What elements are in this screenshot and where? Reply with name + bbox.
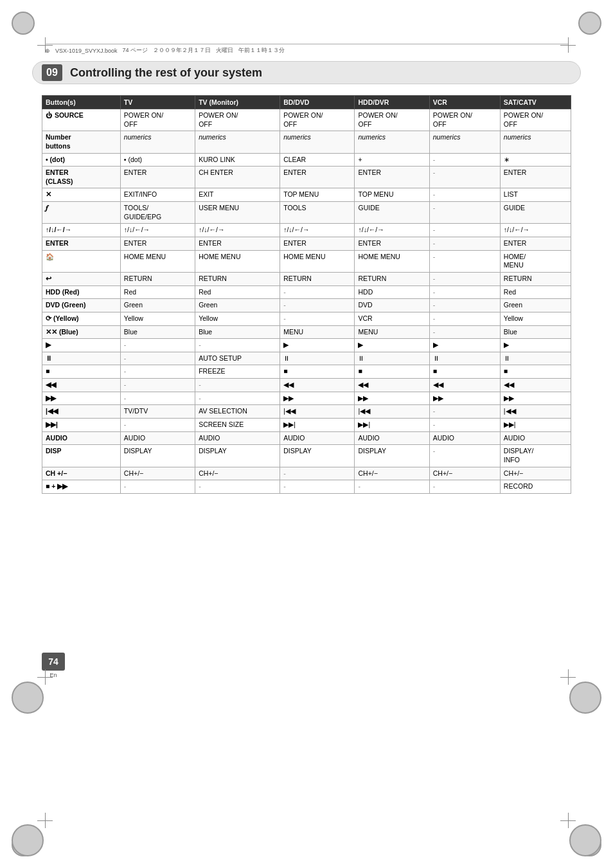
button-cell: CH +/− <box>42 467 121 480</box>
value-cell: Blue <box>500 325 571 339</box>
value-cell: GUIDE <box>500 202 571 224</box>
value-cell: Green <box>120 299 195 312</box>
value-cell: |◀◀ <box>280 405 355 419</box>
value-cell: - <box>195 339 280 352</box>
value-cell: ▶ <box>500 339 571 352</box>
value-cell: GUIDE <box>355 202 429 224</box>
col-header-buttons: Button(s) <box>42 96 121 109</box>
table-row: AUDIOAUDIOAUDIOAUDIOAUDIOAUDIOAUDIO <box>42 431 571 445</box>
button-cell: DISP <box>42 445 121 467</box>
meta-line: ⊕ VSX-1019_SVYXJ.book 74 ページ ２００９年２月１７日 … <box>45 44 568 55</box>
value-cell: Yellow <box>500 312 571 325</box>
table-row: ✕✕ (Blue)BlueBlueMENUMENU-Blue <box>42 325 571 339</box>
value-cell: - <box>280 467 355 480</box>
value-cell: ENTER <box>500 237 571 251</box>
value-cell: DISPLAY/ INFO <box>500 445 571 467</box>
value-cell: ⏸ <box>280 352 355 365</box>
meta-day: 火曜日 <box>216 46 233 55</box>
value-cell: - <box>429 405 500 419</box>
button-cell: ⟳ (Yellow) <box>42 312 121 325</box>
value-cell: ◀◀ <box>500 379 571 392</box>
chapter-header: 09 Controlling the rest of your system <box>32 61 581 84</box>
value-cell: - <box>429 167 500 188</box>
value-cell: TV/DTV <box>120 405 195 419</box>
value-cell: Red <box>500 285 571 299</box>
value-cell: VCR <box>355 312 429 325</box>
cross-btm-br <box>560 813 576 828</box>
value-cell: ◀◀ <box>280 379 355 392</box>
button-cell: ◀◀ <box>42 379 121 392</box>
value-cell: ▶▶ <box>280 392 355 405</box>
value-cell: CH+/− <box>355 467 429 480</box>
value-cell: ▶▶ <box>429 392 500 405</box>
value-cell: ▶▶| <box>500 419 571 432</box>
table-row: DVD (Green)GreenGreen-DVD-Green <box>42 299 571 312</box>
value-cell: RETURN <box>500 272 571 285</box>
value-cell: numerics <box>429 131 500 153</box>
value-cell: - <box>120 392 195 405</box>
value-cell: - <box>280 299 355 312</box>
button-cell: ✕✕ (Blue) <box>42 325 121 339</box>
button-cell: ENTER <box>42 237 121 251</box>
value-cell: |◀◀ <box>355 405 429 419</box>
corner-decoration-tr <box>578 12 601 35</box>
value-cell: USER MENU <box>195 202 280 224</box>
value-cell: CLEAR <box>280 153 355 167</box>
value-cell: - <box>195 379 280 392</box>
value-cell: ⏸ <box>355 352 429 365</box>
value-cell: AUDIO <box>120 431 195 445</box>
button-cell: ↑/↓/←/→ <box>42 224 121 237</box>
value-cell: Blue <box>120 325 195 339</box>
value-cell: HOME/ MENU <box>500 250 571 272</box>
value-cell: FREEZE <box>195 365 280 379</box>
table-row: ■ + ▶▶-----RECORD <box>42 480 571 494</box>
bottom-circle-right <box>569 682 601 714</box>
value-cell: ▶ <box>429 339 500 352</box>
meta-time: 午前１１時１３分 <box>238 46 285 55</box>
value-cell: numerics <box>355 131 429 153</box>
value-cell: ▶▶| <box>355 419 429 432</box>
button-cell: ⏻ SOURCE <box>42 109 121 131</box>
value-cell: TOOLS <box>280 202 355 224</box>
value-cell: Yellow <box>120 312 195 325</box>
cross-mid-br <box>560 669 576 685</box>
value-cell: ENTER <box>280 237 355 251</box>
value-cell: HOME MENU <box>355 250 429 272</box>
value-cell: Red <box>120 285 195 299</box>
value-cell: |◀◀ <box>500 405 571 419</box>
table-row: ✕EXIT/INFOEXITTOP MENUTOP MENU-LIST <box>42 188 571 202</box>
value-cell: DISPLAY <box>120 445 195 467</box>
value-cell: - <box>429 224 500 237</box>
meta-text: VSX-1019_SVYXJ.book <box>55 48 118 54</box>
value-cell: HOME MENU <box>120 250 195 272</box>
value-cell: Red <box>195 285 280 299</box>
meta-page: 74 ページ <box>123 46 148 55</box>
table-row: |◀◀TV/DTVAV SELECTION|◀◀|◀◀-|◀◀ <box>42 405 571 419</box>
value-cell: MENU <box>355 325 429 339</box>
col-header-tv: TV <box>120 96 195 109</box>
cross-mid-bl <box>37 669 53 685</box>
cross-btm-bl <box>37 813 53 828</box>
value-cell: - <box>429 480 500 494</box>
button-cell: 𝒇 <box>42 202 121 224</box>
table-row: ENTER (CLASS)ENTERCH ENTERENTERENTER-ENT… <box>42 167 571 188</box>
value-cell: - <box>355 480 429 494</box>
value-cell: HOME MENU <box>195 250 280 272</box>
value-cell: ▶▶| <box>280 419 355 432</box>
value-cell: AUDIO <box>195 431 280 445</box>
value-cell: ENTER <box>280 167 355 188</box>
bottom-circle-left <box>12 682 44 714</box>
value-cell: CH ENTER <box>195 167 280 188</box>
value-cell: Green <box>500 299 571 312</box>
value-cell: ∗ <box>500 153 571 167</box>
value-cell: POWER ON/ OFF <box>355 109 429 131</box>
table-row: DISPDISPLAYDISPLAYDISPLAYDISPLAY-DISPLAY… <box>42 445 571 467</box>
table-row: ▶▶--▶▶▶▶▶▶▶▶ <box>42 392 571 405</box>
chapter-number: 09 <box>42 64 62 81</box>
value-cell: POWER ON/ OFF <box>120 109 195 131</box>
col-header-vcr: VCR <box>429 96 500 109</box>
value-cell: SCREEN SIZE <box>195 419 280 432</box>
value-cell: Blue <box>195 325 280 339</box>
value-cell: - <box>429 153 500 167</box>
value-cell: DISPLAY <box>280 445 355 467</box>
